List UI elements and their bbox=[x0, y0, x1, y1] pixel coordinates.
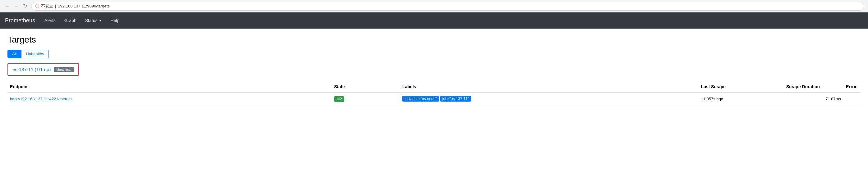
forward-button[interactable]: → bbox=[12, 2, 20, 10]
td-state: UP bbox=[332, 93, 400, 105]
nav-buttons: ← → ↻ bbox=[4, 2, 29, 10]
th-endpoint: Endpoint bbox=[7, 81, 332, 93]
th-error: Error bbox=[843, 81, 861, 93]
th-scrape-duration: Scrape Duration bbox=[784, 81, 843, 93]
graph-link[interactable]: Graph bbox=[60, 15, 81, 26]
state-badge: UP bbox=[334, 96, 344, 102]
th-last-scrape: Last Scrape bbox=[699, 81, 784, 93]
td-scrape-duration: 71.87ms bbox=[784, 93, 843, 105]
target-group-box: es-137-11 (1/1 up) show less bbox=[7, 63, 79, 76]
endpoint-link[interactable]: http://192.168.137.11:4221/metrics bbox=[10, 97, 72, 101]
page-title: Targets bbox=[7, 35, 861, 45]
target-group-name: es-137-11 (1/1 up) bbox=[12, 67, 51, 72]
table-header: Endpoint State Labels Last Scrape Scrape… bbox=[7, 81, 861, 93]
td-endpoint: http://192.168.137.11:4221/metrics bbox=[7, 93, 332, 105]
url-text: 192.168.137.11:9090/targets bbox=[58, 4, 110, 8]
th-labels: Labels bbox=[400, 81, 698, 93]
show-less-button[interactable]: show less bbox=[54, 67, 74, 72]
url-separator: | bbox=[55, 4, 56, 8]
table-body: http://192.168.137.11:4221/metrics UP in… bbox=[7, 93, 861, 105]
status-link[interactable]: Status ▼ bbox=[81, 15, 106, 26]
brand-link[interactable]: Prometheus bbox=[5, 18, 35, 24]
label-badge-instance: instance="es-node" bbox=[402, 96, 439, 102]
table-row: http://192.168.137.11:4221/metrics UP in… bbox=[7, 93, 861, 105]
back-button[interactable]: ← bbox=[4, 2, 11, 10]
td-last-scrape: 11.357s ago bbox=[699, 93, 784, 105]
security-icon: ⓘ bbox=[35, 3, 39, 9]
th-state: State bbox=[332, 81, 400, 93]
security-label: 不安全 bbox=[41, 3, 53, 9]
alerts-link[interactable]: Alerts bbox=[40, 15, 60, 26]
label-badge-job: job="es-137-11" bbox=[440, 96, 471, 102]
help-link[interactable]: Help bbox=[106, 15, 124, 26]
td-error bbox=[843, 93, 861, 105]
status-dropdown-arrow: ▼ bbox=[98, 19, 102, 22]
refresh-button[interactable]: ↻ bbox=[21, 2, 29, 10]
browser-chrome: ← → ↻ ⓘ 不安全 | 192.168.137.11:9090/target… bbox=[0, 0, 868, 12]
main-content: Targets All Unhealthy es-137-11 (1/1 up)… bbox=[0, 29, 868, 111]
td-labels: instance="es-node" job="es-137-11" bbox=[400, 93, 698, 105]
targets-table: Endpoint State Labels Last Scrape Scrape… bbox=[7, 81, 861, 105]
address-bar[interactable]: ⓘ 不安全 | 192.168.137.11:9090/targets bbox=[31, 2, 864, 10]
navbar: Prometheus Alerts Graph Status ▼ Help bbox=[0, 12, 868, 29]
labels-container: instance="es-node" job="es-137-11" bbox=[402, 96, 696, 102]
filter-buttons: All Unhealthy bbox=[7, 50, 861, 58]
filter-unhealthy-button[interactable]: Unhealthy bbox=[21, 50, 49, 58]
filter-all-button[interactable]: All bbox=[7, 50, 21, 58]
